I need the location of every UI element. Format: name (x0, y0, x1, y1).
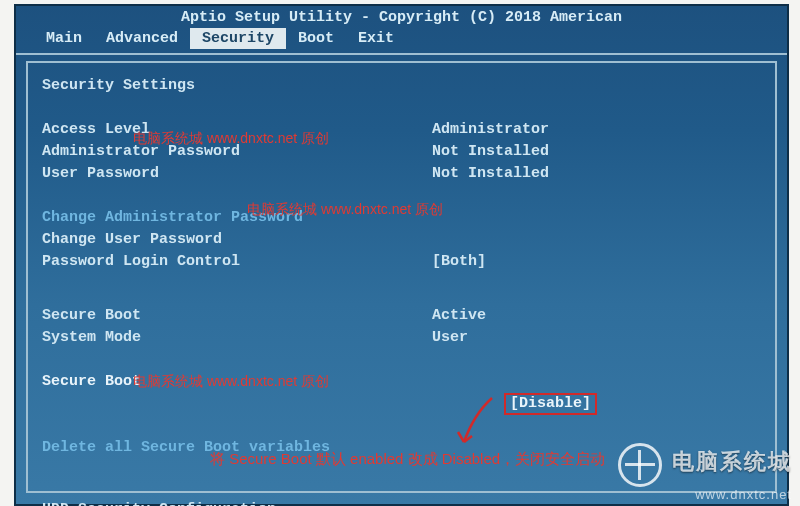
tab-main[interactable]: Main (34, 28, 94, 49)
label-secure-boot: Secure Boot (42, 371, 432, 437)
tab-boot[interactable]: Boot (286, 28, 346, 49)
row-secure-boot[interactable]: Secure Boot [Disable] (42, 371, 761, 437)
bios-title: Aptio Setup Utility - Copyright (C) 2018… (16, 6, 787, 28)
label-system-mode: System Mode (42, 327, 432, 349)
bios-window: Aptio Setup Utility - Copyright (C) 2018… (14, 4, 789, 506)
label-delete-sb-vars: Delete all Secure Boot variables (42, 437, 432, 459)
value-secure-boot: [Disable] (432, 371, 632, 437)
tab-exit[interactable]: Exit (346, 28, 406, 49)
row-user-password: User Password Not Installed (42, 163, 761, 185)
heading-text: Security Settings (42, 75, 432, 97)
secure-boot-value-box[interactable]: [Disable] (504, 393, 597, 415)
label-admin-password: Administrator Password (42, 141, 432, 163)
security-panel: Security Settings Access Level Administr… (26, 61, 777, 493)
label-pw-login-control: Password Login Control (42, 251, 432, 273)
row-access-level: Access Level Administrator (42, 119, 761, 141)
menu-bar: Main Advanced Security Boot Exit (16, 28, 787, 55)
row-change-user-pw[interactable]: Change User Password (42, 229, 761, 251)
value-pw-login-control: [Both] (432, 251, 632, 273)
row-hdd-sec-cfg: HDD Security Configuration (42, 499, 761, 506)
label-change-admin-pw: Change Administrator Password (42, 207, 432, 229)
row-system-mode: System Mode User (42, 327, 761, 349)
value-user-password: Not Installed (432, 163, 632, 185)
row-pw-login-control[interactable]: Password Login Control [Both] (42, 251, 761, 273)
label-user-password: User Password (42, 163, 432, 185)
row-delete-sb-vars[interactable]: Delete all Secure Boot variables (42, 437, 761, 459)
label-hdd-sec-cfg: HDD Security Configuration (42, 499, 432, 506)
value-system-mode: User (432, 327, 632, 349)
tab-advanced[interactable]: Advanced (94, 28, 190, 49)
label-secure-boot-status: Secure Boot (42, 305, 432, 327)
row-admin-password: Administrator Password Not Installed (42, 141, 761, 163)
value-admin-password: Not Installed (432, 141, 632, 163)
label-change-user-pw: Change User Password (42, 229, 432, 251)
value-access-level: Administrator (432, 119, 632, 141)
value-secure-boot-status: Active (432, 305, 632, 327)
panel-heading: Security Settings (42, 75, 761, 97)
row-change-admin-pw[interactable]: Change Administrator Password (42, 207, 761, 229)
tab-security[interactable]: Security (190, 28, 286, 49)
label-access-level: Access Level (42, 119, 432, 141)
row-secure-boot-status: Secure Boot Active (42, 305, 761, 327)
